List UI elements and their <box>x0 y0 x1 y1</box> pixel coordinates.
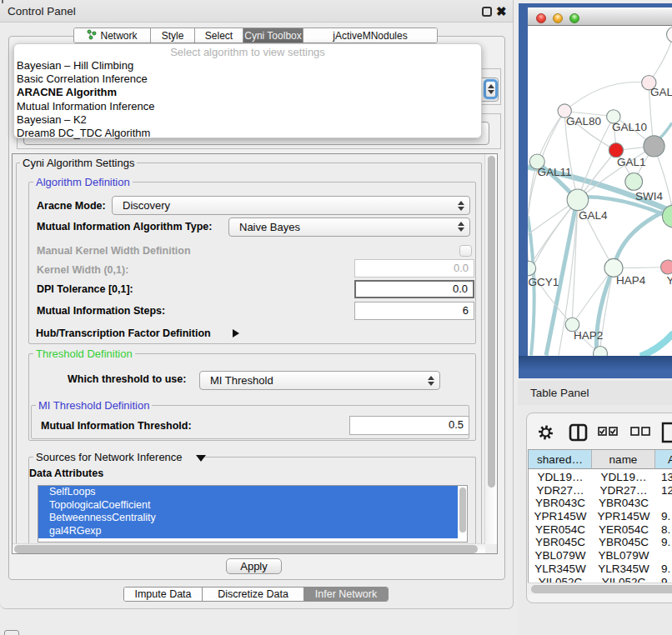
mi-steps-field[interactable]: 6 <box>354 302 474 320</box>
table-panel-window: Table Panel <box>518 381 672 635</box>
which-threshold-value: MI Threshold <box>210 372 273 389</box>
table-cell: YIL052C <box>529 576 592 583</box>
network-edge[interactable] <box>640 333 672 357</box>
manual-kernel-checkbox[interactable] <box>459 245 472 257</box>
table-row[interactable]: YDL19…YDL19…13 <box>529 471 672 484</box>
which-threshold-combo[interactable]: MI Threshold <box>199 371 440 390</box>
table-row[interactable]: YLR345WYLR345W9. <box>529 562 672 576</box>
document-icon[interactable] <box>663 423 672 442</box>
table-row[interactable]: YBL079WYBL079W <box>529 549 672 562</box>
table-cell: YBL079W <box>592 549 655 562</box>
network-edge[interactable] <box>649 35 672 83</box>
table-row[interactable]: YBR043CYBR043C <box>529 497 672 510</box>
attribute-list-item[interactable]: TopologicalCoefficient <box>38 499 458 512</box>
algorithm-option[interactable]: Mutual Information Inference <box>14 100 481 113</box>
hub-expand-icon[interactable] <box>233 329 239 338</box>
mi-threshold-field[interactable]: 0.5 <box>349 416 469 435</box>
settings-horizontal-scrollbar-thumb[interactable] <box>14 545 478 553</box>
attribute-list-item[interactable]: SelfLoops <box>38 486 458 499</box>
mi-type-combo[interactable]: Naive Bayes <box>228 218 470 237</box>
table-cell: 9. <box>655 536 672 549</box>
table-row[interactable]: YDR27…YDR27…12 <box>529 484 672 498</box>
aracne-mode-label: Aracne Mode: <box>37 200 106 212</box>
algorithm-option[interactable]: Bayesian – K2 <box>14 113 481 127</box>
table-cell: YDR27… <box>529 484 592 498</box>
table-horizontal-scrollbar[interactable] <box>528 582 672 594</box>
apply-button[interactable]: Apply <box>226 558 282 574</box>
network-node-yjr048w[interactable] <box>661 260 672 274</box>
table-row[interactable]: YER054CYER054C8. <box>529 523 672 537</box>
column-header-shared[interactable]: shared… <box>529 450 592 469</box>
network-node[interactable] <box>594 347 608 357</box>
table-cell: YIL052C <box>592 576 655 583</box>
mi-steps-label: Mutual Information Steps: <box>37 305 165 317</box>
unchecked-pair-icon[interactable] <box>631 428 649 435</box>
table-cell: 9. <box>655 510 672 523</box>
algorithm-option[interactable]: Bayesian – Hill Climbing <box>14 59 481 72</box>
minimize-traffic-light-icon[interactable] <box>553 13 563 23</box>
table-row[interactable]: YPR145WYPR145W9. <box>529 510 672 523</box>
table-cell: YBL079W <box>529 549 592 562</box>
attribute-list-item[interactable]: gal4RGexp <box>38 525 458 538</box>
settings-horizontal-scrollbar[interactable] <box>13 543 485 553</box>
algorithm-option[interactable]: Basic Correlation Inference <box>14 72 481 86</box>
column-header-name[interactable]: name <box>592 450 655 469</box>
network-window-titlebar[interactable] <box>528 8 672 26</box>
network-edge[interactable] <box>564 82 649 111</box>
table-cell <box>655 497 672 510</box>
algorithm-option[interactable]: ARACNE Algorithm <box>14 86 481 99</box>
table-panel-body: shared…nameA YDL19…YDL19…13YDR27…YDR27…1… <box>526 412 672 603</box>
network-node-gal4[interactable] <box>567 189 589 211</box>
control-panel-titlebar[interactable]: Control Panel ✖ <box>0 0 513 22</box>
dpi-tolerance-field[interactable]: 0.0 <box>354 280 474 298</box>
table-panel-titlebar[interactable]: Table Panel <box>518 381 672 405</box>
mi-type-label: Mutual Information Algorithm Type: <box>37 221 212 232</box>
aracne-mode-combo[interactable]: Discovery <box>112 196 470 215</box>
data-attributes-list[interactable]: SelfLoopsTopologicalCoefficientBetweenne… <box>38 485 468 542</box>
network-node-label: GAL11 <box>538 166 572 178</box>
tab-discretize-data[interactable]: Discretize Data <box>203 588 304 601</box>
list-scrollbar-thumb[interactable] <box>459 488 466 532</box>
tab-infer-network[interactable]: Infer Network <box>304 588 388 601</box>
hub-section-label[interactable]: Hub/Transcription Factor Definition <box>36 328 211 339</box>
tab-impute-data[interactable]: Impute Data <box>124 588 203 601</box>
column-header-a[interactable]: A <box>655 450 672 469</box>
network-node[interactable] <box>667 27 672 42</box>
kernel-width-field[interactable]: 0.0 <box>354 259 474 278</box>
gear-icon[interactable] <box>539 425 553 439</box>
table-header-row: shared…nameA <box>529 450 672 469</box>
network-edge[interactable] <box>528 112 564 268</box>
table-cell: 9. <box>655 576 672 583</box>
columns-icon[interactable] <box>570 425 586 440</box>
checked-pair-icon[interactable] <box>599 428 617 435</box>
algorithm-definition-label: Algorithm Definition <box>33 176 133 188</box>
settings-vertical-scrollbar-thumb[interactable] <box>488 156 495 488</box>
network-canvas[interactable]: GAL2GAL80GAL10GAL1GAL11SWI4GAL4GCY1HAP4Y… <box>528 26 672 357</box>
float-window-icon[interactable] <box>482 7 492 17</box>
network-node[interactable] <box>644 136 664 157</box>
table-panel-title: Table Panel <box>530 381 589 405</box>
minimized-window-icon[interactable] <box>4 630 19 635</box>
table-row[interactable]: YBR045CYBR045C9. <box>529 536 672 549</box>
network-edge[interactable] <box>572 268 614 325</box>
network-view-window[interactable]: GAL2GAL80GAL10GAL1GAL11SWI4GAL4GCY1HAP4Y… <box>519 3 672 378</box>
tab-network[interactable]: Network <box>74 28 151 42</box>
table-row[interactable]: YIL052CYIL052C9. <box>529 576 672 583</box>
settings-vertical-scrollbar[interactable] <box>484 154 497 544</box>
network-edge[interactable] <box>659 123 672 140</box>
table-horizontal-scrollbar-thumb[interactable] <box>531 585 672 593</box>
tab-jactivemnodules[interactable]: jActiveMNodules <box>303 28 437 42</box>
tab-style[interactable]: Style <box>151 28 195 42</box>
zoom-traffic-light-icon[interactable] <box>569 13 579 23</box>
sources-collapse-icon[interactable] <box>196 455 206 462</box>
close-traffic-light-icon[interactable] <box>536 13 546 23</box>
tab-cyni-toolbox[interactable]: Cyni Toolbox <box>243 28 303 42</box>
window-edge-tick <box>2 0 3 3</box>
algorithm-combo-arrows[interactable] <box>484 79 498 99</box>
attribute-list-item[interactable]: BetweennessCentrality <box>38 512 458 525</box>
tab-label: Select <box>205 30 233 42</box>
algorithm-option[interactable]: Dream8 DC_TDC Algorithm <box>14 127 481 140</box>
close-window-icon[interactable]: ✖ <box>496 4 507 19</box>
tab-select[interactable]: Select <box>195 28 243 42</box>
network-node-swi4[interactable] <box>625 173 643 191</box>
